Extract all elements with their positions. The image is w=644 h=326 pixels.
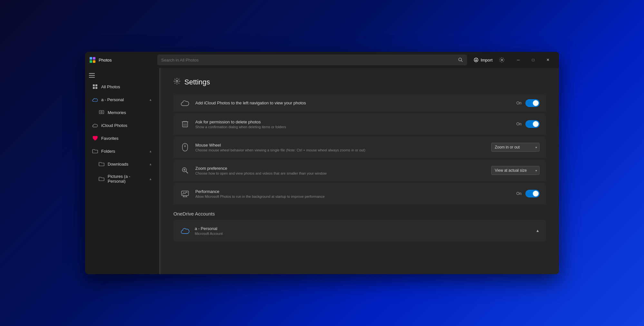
zoom-pref-info: Zoom preference Choose how to open and v…: [195, 166, 486, 175]
favorites-label: Favorites: [101, 136, 118, 141]
main-area: All Photos a - Personal ▲: [85, 68, 559, 274]
settings-header: Settings: [173, 78, 546, 86]
settings-button[interactable]: [498, 56, 506, 64]
icloud-setting-info: Add iCloud Photos to the left navigation…: [195, 101, 511, 105]
memories-icon: [99, 110, 104, 115]
icloud-toggle[interactable]: [525, 99, 540, 107]
grid-icon: [92, 84, 98, 90]
onedrive-account-info: a - Personal Microsoft Account: [195, 226, 531, 235]
svg-point-20: [176, 80, 178, 82]
delete-toggle-group: On: [516, 120, 540, 128]
window-controls: ─ □ ✕: [511, 55, 555, 65]
performance-icon: [180, 188, 190, 199]
sidebar-item-favorites[interactable]: Favorites: [87, 132, 157, 144]
minimize-button[interactable]: ─: [511, 55, 525, 65]
all-photos-label: All Photos: [101, 84, 120, 89]
icloud-icon: [92, 122, 98, 128]
sidebar-item-all-photos[interactable]: All Photos: [87, 81, 157, 93]
heart-icon: [92, 135, 98, 141]
zoom-pref-dropdown-wrapper[interactable]: View at actual size Fit to window Fill w…: [491, 166, 540, 175]
settings-icon: [173, 78, 181, 86]
sidebar-item-a-personal[interactable]: a - Personal ▲: [87, 93, 157, 106]
setting-row-icloud-partial: Add iCloud Photos to the left navigation…: [173, 94, 546, 112]
zoom-pref-dropdown[interactable]: View at actual size Fit to window Fill w…: [491, 166, 540, 175]
zoom-pref-title: Zoom preference: [195, 166, 486, 171]
icloud-label: iCloud Photos: [101, 123, 127, 128]
svg-rect-15: [95, 84, 97, 86]
svg-point-29: [185, 146, 186, 147]
icloud-toggle-group: On: [516, 99, 540, 107]
folder-pictures-icon: [99, 176, 104, 182]
svg-rect-14: [93, 84, 95, 86]
zoom-icon: [180, 165, 190, 176]
onedrive-account-type: Microsoft Account: [195, 232, 531, 235]
svg-rect-1: [93, 57, 95, 60]
folders-label: Folders: [101, 149, 115, 154]
performance-toggle[interactable]: [525, 190, 540, 197]
search-bar[interactable]: [157, 54, 467, 65]
zoom-pref-desc: Choose how to open and view photos and v…: [195, 171, 486, 175]
trash-icon: [180, 119, 190, 129]
close-button[interactable]: ✕: [541, 55, 555, 65]
setting-row-mouse-wheel: Mouse Wheel Choose mouse wheel behavior …: [173, 136, 546, 158]
import-button[interactable]: Import: [471, 56, 495, 64]
downloads-label: Downloads: [108, 162, 128, 167]
folder-icon: [92, 148, 98, 154]
svg-line-31: [186, 171, 188, 173]
sidebar: All Photos a - Personal ▲: [85, 68, 159, 274]
sidebar-item-downloads[interactable]: Downloads ▲: [87, 158, 157, 170]
a-personal-label: a - Personal: [101, 97, 124, 102]
mouse-wheel-desc: Choose mouse wheel behavior when viewing…: [195, 148, 486, 152]
pictures-label: Pictures (a - Personal): [108, 174, 146, 184]
delete-setting-desc: Show a confirmation dialog when deleting…: [195, 125, 511, 129]
settings-title: Settings: [184, 78, 210, 86]
mouse-wheel-info: Mouse Wheel Choose mouse wheel behavior …: [195, 143, 486, 152]
onedrive-account-name: a - Personal: [195, 226, 531, 231]
svg-rect-27: [182, 143, 188, 151]
delete-setting-info: Ask for permission to delete photos Show…: [195, 120, 511, 129]
setting-row-zoom: Zoom preference Choose how to open and v…: [173, 159, 546, 181]
settings-panel: Settings Add iCloud Photos to the left n…: [161, 68, 559, 274]
sidebar-item-memories[interactable]: Memories: [87, 106, 157, 119]
mouse-wheel-dropdown-wrapper[interactable]: Zoom in or out Next/Previous photo ▾: [491, 143, 540, 152]
folder-downloads-icon: [99, 161, 104, 167]
delete-toggle[interactable]: [525, 120, 540, 128]
sidebar-item-folders[interactable]: Folders ▲: [87, 145, 157, 157]
icloud-setting-title: Add iCloud Photos to the left navigation…: [195, 101, 511, 105]
delete-setting-title: Ask for permission to delete photos: [195, 120, 511, 124]
mouse-wheel-dropdown[interactable]: Zoom in or out Next/Previous photo: [491, 143, 540, 152]
performance-info: Performance Allow Microsoft Photos to ru…: [195, 189, 511, 198]
onedrive-expand-button[interactable]: ▲: [536, 228, 540, 233]
memories-label: Memories: [108, 110, 126, 115]
search-input[interactable]: [161, 58, 458, 62]
search-icon[interactable]: [458, 57, 463, 62]
app-window: Photos Import: [85, 52, 559, 274]
sidebar-item-pictures[interactable]: Pictures (a - Personal) ▲: [87, 171, 157, 187]
menu-button[interactable]: [85, 71, 159, 80]
chevron-up-icon-2: ▲: [149, 149, 152, 153]
setting-row-delete: Ask for permission to delete photos Show…: [173, 113, 546, 135]
svg-line-5: [461, 61, 463, 62]
maximize-button[interactable]: □: [526, 55, 540, 65]
onedrive-section-header: OneDrive Accounts: [173, 211, 546, 216]
delete-toggle-label: On: [516, 122, 522, 126]
performance-title: Performance: [195, 189, 511, 194]
setting-row-performance: Performance Allow Microsoft Photos to ru…: [173, 183, 546, 205]
onedrive-icon: [180, 225, 190, 236]
sidebar-item-icloud[interactable]: iCloud Photos: [87, 119, 157, 131]
onedrive-account-row[interactable]: a - Personal Microsoft Account ▲: [173, 220, 546, 242]
mouse-icon: [180, 142, 190, 152]
performance-toggle-group: On: [516, 190, 540, 197]
icloud-setting-icon: [180, 98, 190, 108]
titlebar-right: Import ─ □ ✕: [471, 55, 555, 65]
svg-point-19: [101, 111, 102, 113]
titlebar-left: Photos: [89, 56, 153, 63]
svg-rect-17: [95, 87, 97, 89]
app-icon: [89, 56, 96, 63]
svg-rect-3: [93, 60, 95, 63]
chevron-up-icon-4: ▲: [149, 177, 152, 181]
titlebar: Photos Import: [85, 52, 559, 68]
performance-desc: Allow Microsoft Photos to run in the bac…: [195, 195, 511, 198]
import-label: Import: [481, 58, 493, 62]
svg-rect-2: [90, 60, 92, 63]
